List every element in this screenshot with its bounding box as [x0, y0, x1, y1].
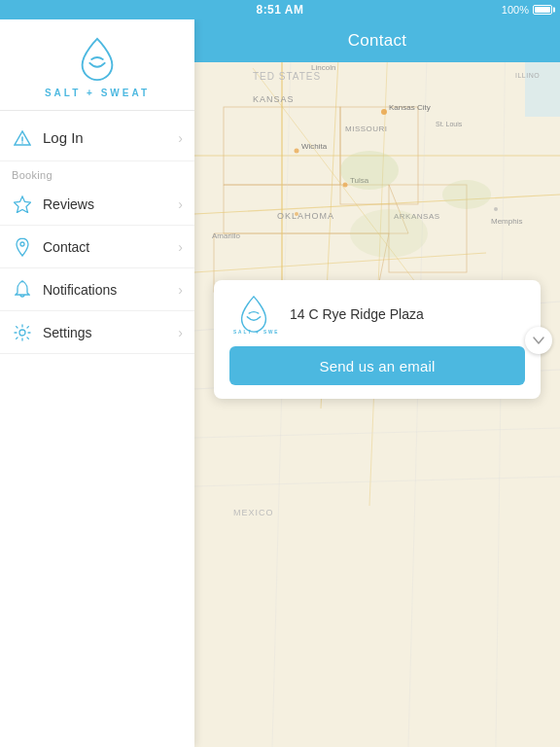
logo-area: SALT + SWEAT — [0, 19, 194, 110]
send-email-button[interactable]: Send us an email — [229, 346, 525, 385]
svg-text:Amarillo: Amarillo — [212, 231, 240, 240]
settings-label: Settings — [43, 325, 178, 340]
logo-icon — [68, 35, 126, 84]
login-chevron-icon: › — [178, 130, 183, 146]
svg-point-46 — [442, 180, 491, 209]
settings-chevron-icon: › — [178, 325, 183, 340]
gear-icon — [12, 322, 33, 343]
svg-text:OKLAHOMA: OKLAHOMA — [277, 211, 334, 221]
svg-marker-2 — [15, 196, 31, 213]
contact-logo-icon: SALT + SWEAT — [229, 294, 278, 335]
login-label: Log In — [43, 129, 178, 146]
svg-text:MISSOURI: MISSOURI — [345, 124, 388, 133]
star-icon — [12, 194, 33, 215]
header-bar: Contact — [194, 19, 560, 62]
notifications-label: Notifications — [43, 282, 178, 298]
header-title: Contact — [348, 31, 407, 51]
svg-point-41 — [494, 207, 498, 211]
svg-text:SALT + SWEAT: SALT + SWEAT — [233, 330, 278, 335]
status-time: 8:51 AM — [256, 3, 303, 17]
battery-icon — [533, 5, 552, 15]
contact-chevron-icon: › — [178, 239, 183, 255]
booking-section-label: Booking — [0, 161, 194, 183]
login-item[interactable]: Log In › — [0, 115, 194, 161]
svg-text:Wichita: Wichita — [301, 142, 328, 151]
notifications-chevron-icon: › — [178, 282, 183, 298]
svg-text:Memphis: Memphis — [491, 217, 522, 226]
svg-text:KANSAS: KANSAS — [253, 94, 295, 104]
sidebar-item-contact[interactable]: Contact › — [0, 226, 194, 268]
menu-divider-top — [0, 110, 194, 111]
location-icon — [12, 236, 33, 258]
sidebar-item-notifications[interactable]: Notifications › — [0, 268, 194, 311]
svg-point-1 — [21, 142, 23, 144]
svg-text:St. Louis: St. Louis — [436, 121, 463, 127]
svg-text:MEXICO: MEXICO — [233, 508, 274, 517]
status-right: 100% — [502, 4, 552, 16]
reviews-chevron-icon: › — [178, 196, 183, 212]
chevron-down-icon — [532, 336, 545, 345]
logo-text: SALT + SWEAT — [45, 88, 150, 98]
warning-icon — [12, 127, 33, 149]
bell-icon — [12, 279, 33, 301]
map-area: KANSAS MISSOURI OKLAHOMA ARKANSAS ILLINO… — [194, 19, 560, 747]
svg-point-3 — [20, 242, 24, 246]
sidebar: SALT + SWEAT Log In › Booking Reviews › — [0, 19, 194, 747]
sidebar-item-settings[interactable]: Settings › — [0, 311, 194, 354]
svg-point-47 — [350, 209, 428, 258]
svg-point-32 — [381, 109, 387, 115]
sidebar-item-reviews[interactable]: Reviews › — [0, 183, 194, 226]
svg-point-5 — [19, 330, 25, 336]
svg-point-34 — [295, 149, 299, 154]
contact-card: SALT + SWEAT 14 C Rye Ridge Plaza Send u… — [214, 280, 541, 399]
svg-text:ILLINO: ILLINO — [515, 72, 540, 79]
contact-label: Contact — [43, 239, 178, 255]
contact-card-inner: SALT + SWEAT 14 C Rye Ridge Plaza — [229, 294, 525, 335]
svg-text:Kansas City: Kansas City — [389, 103, 431, 112]
battery-percent: 100% — [502, 4, 529, 16]
svg-text:TED STATES: TED STATES — [253, 71, 321, 82]
svg-point-38 — [295, 212, 298, 216]
svg-point-36 — [343, 183, 348, 188]
contact-address: 14 C Rye Ridge Plaza — [290, 306, 424, 322]
svg-point-45 — [340, 151, 399, 190]
reviews-label: Reviews — [43, 196, 178, 212]
svg-point-4 — [21, 280, 23, 282]
chevron-down-button[interactable] — [525, 327, 552, 354]
status-bar: 8:51 AM 100% — [0, 0, 560, 19]
